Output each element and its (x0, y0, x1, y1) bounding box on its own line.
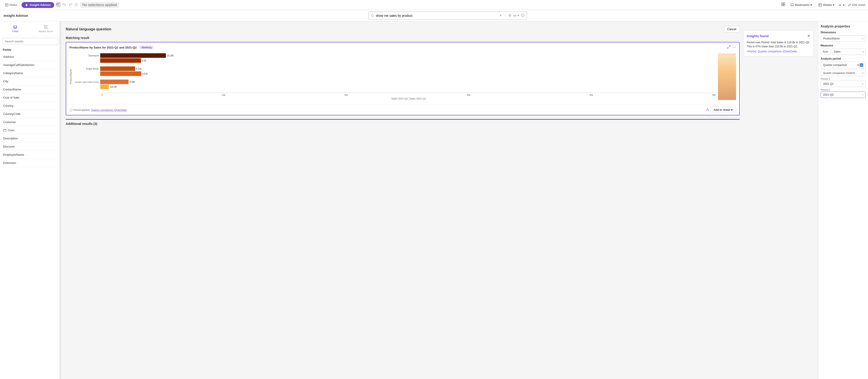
period2-value[interactable]: 2021-Q2 › (820, 92, 866, 98)
lang-selector[interactable]: en ▾ (514, 14, 519, 17)
bar-value: 9.5k (142, 59, 146, 62)
analysis-period-label: Analysis period (820, 57, 866, 60)
insight-advisor-tab[interactable]: Insight Advisor (22, 2, 54, 8)
insights-panel-header: Insights found ✕ (747, 34, 810, 38)
bar-chart-main: Davenport 15.28k 9.5k (73, 53, 716, 100)
cancel-button[interactable]: Cancel (724, 26, 740, 32)
field-item-customer[interactable]: Customer (0, 118, 61, 126)
period2-chevron: › (862, 93, 863, 96)
sidebar-resize-handle[interactable] (59, 21, 61, 379)
grid-icon[interactable] (781, 2, 786, 7)
info-icon[interactable]: i (521, 13, 525, 18)
field-item-address[interactable]: Address (0, 53, 61, 61)
period-select-value: Quarter comparison (823, 63, 847, 67)
forward-btn[interactable]: ▸ (843, 3, 845, 7)
search-bar-icons: ✕ → en ▾ i (499, 13, 525, 18)
chart-card: ProductName by Sales for 2021-Q1 and 202… (66, 42, 740, 115)
field-item-contactname[interactable]: ContactName (0, 86, 61, 94)
redo-icon[interactable] (68, 2, 72, 7)
insights-close-button[interactable]: ✕ (807, 34, 810, 38)
more-options-icon[interactable]: ⋯ (733, 45, 736, 50)
field-item-costofsale[interactable]: Cost of Sale (0, 94, 61, 102)
svg-line-17 (373, 16, 374, 17)
search-arrow-icon[interactable]: → (504, 14, 507, 17)
lock-icon[interactable] (74, 2, 78, 7)
mic-icon[interactable] (508, 13, 512, 18)
x-tick: 0 (101, 94, 103, 96)
expand-icon[interactable] (727, 45, 731, 50)
additional-results: Additional results (3) (66, 119, 740, 126)
period-comparison-label: Quarter comparison (OrderD... (823, 72, 857, 74)
topbar-right: Bookmarks ▾ Sheets ▾ ◂ ▸ Edit sheet (781, 2, 865, 8)
topbar: Notes Insight Advisor (0, 0, 868, 10)
measure-row: Sum Sales › (820, 49, 866, 55)
bar-q1-snake (100, 66, 135, 71)
edit-sheet-btn[interactable]: Edit sheet (847, 3, 865, 7)
bar-row: Davenport 15.28k (73, 53, 716, 58)
info-circle-icon: i (69, 108, 72, 112)
field-label: Cost of Sale (3, 96, 19, 99)
field-label: ContactName (3, 88, 21, 91)
field-item-date[interactable]: Date (0, 126, 61, 134)
sales-chip[interactable]: Sales › (832, 49, 866, 55)
back-btn[interactable]: ◂ (839, 3, 841, 7)
field-label: Country (3, 104, 13, 107)
bookmarks-btn[interactable]: Bookmarks ▾ (788, 2, 814, 8)
field-label: Customer (3, 120, 16, 124)
insights-found-title: Insights found (747, 34, 769, 38)
bar-value: 8.11k (136, 68, 142, 70)
field-label: Address (3, 55, 14, 59)
chart-card-header: ProductName by Sales for 2021-Q1 and 202… (66, 42, 739, 51)
matching-result-label: Matching result (66, 36, 740, 40)
sales-chevron: › (863, 50, 864, 53)
insight-advisor-tab-label: Insight Advisor (30, 3, 51, 7)
secondbar: Insight Advisor ✕ → en ▾ i (0, 10, 868, 21)
search-input[interactable] (376, 14, 499, 18)
field-item-categoryname[interactable]: CategoryName (0, 69, 61, 77)
undo-icon[interactable] (62, 2, 66, 7)
center-content: Natural language question Cancel Matchin… (61, 21, 818, 379)
x-axis: 0 10k 20k 30k 40k 50k (101, 93, 716, 96)
field-item-country[interactable]: Country (0, 102, 61, 110)
period-checkbox[interactable]: ✓ (860, 63, 863, 67)
bar-row: Snake Boots 8.11k (73, 66, 716, 71)
bar-group-davenport: Davenport 15.28k 9.5k (73, 53, 716, 63)
period1-value[interactable]: 2021-Q1 › (820, 81, 866, 87)
add-to-sheet-label: Add to sheet (714, 108, 730, 112)
insight-link[interactable]: >Period: Quarter comparison (OrderDate) (747, 50, 810, 53)
svg-text:i: i (71, 109, 71, 111)
product-name-dimension[interactable]: ProductName › (820, 35, 866, 42)
clear-search-icon[interactable]: ✕ (499, 14, 502, 17)
master-items-nav-label: Master items (38, 30, 53, 33)
bar-group-jumpin: Jumpin Jack Flash Dress 6.56k 110.38 (73, 80, 716, 90)
sidebar-nav-master-items[interactable]: Master items (31, 23, 61, 34)
field-list: Address AverageCallSatisfaction Category… (0, 53, 61, 379)
period-comparison-select[interactable]: Quarter comparison (OrderD... › (820, 70, 866, 76)
sheets-btn[interactable]: Sheets ▾ (816, 2, 836, 8)
field-item-avgcall[interactable]: AverageCallSatisfaction (0, 61, 61, 69)
field-item-employeename[interactable]: EmployeeName (0, 151, 61, 159)
bookmarks-label: Bookmarks (795, 3, 809, 7)
field-item-city[interactable]: City (0, 77, 61, 86)
field-item-countrycode[interactable]: CountryCode (0, 110, 61, 118)
svg-point-30 (707, 110, 708, 110)
product-label: Jumpin Jack Flash Dress (73, 81, 100, 83)
search-bar[interactable]: ✕ → en ▾ i (368, 11, 527, 20)
search-assets-input[interactable] (2, 38, 59, 45)
smart-search-icon[interactable] (56, 2, 61, 8)
bar-chart: ProductName Davenport 15.28k (69, 51, 736, 102)
field-item-description[interactable]: Description (0, 134, 61, 143)
alert-icon[interactable] (706, 108, 709, 112)
period1-label: Period 1: (820, 77, 866, 80)
field-item-discount[interactable]: Discount (0, 143, 61, 151)
add-to-sheet-button[interactable]: Add to sheet ▾ (710, 106, 736, 113)
field-item-extension[interactable]: Extension (0, 159, 61, 167)
notes-tab[interactable]: Notes (3, 0, 20, 10)
sidebar-nav-fields[interactable]: Fields (0, 23, 31, 34)
bar-value: 15.28k (167, 54, 174, 57)
search-icon (371, 14, 374, 18)
bar-value: 9.51k (142, 72, 148, 75)
sheets-chevron: ▾ (833, 3, 834, 7)
analysis-period-select[interactable]: Quarter comparison ▾ ✓ (820, 62, 866, 68)
svg-rect-12 (783, 4, 785, 6)
